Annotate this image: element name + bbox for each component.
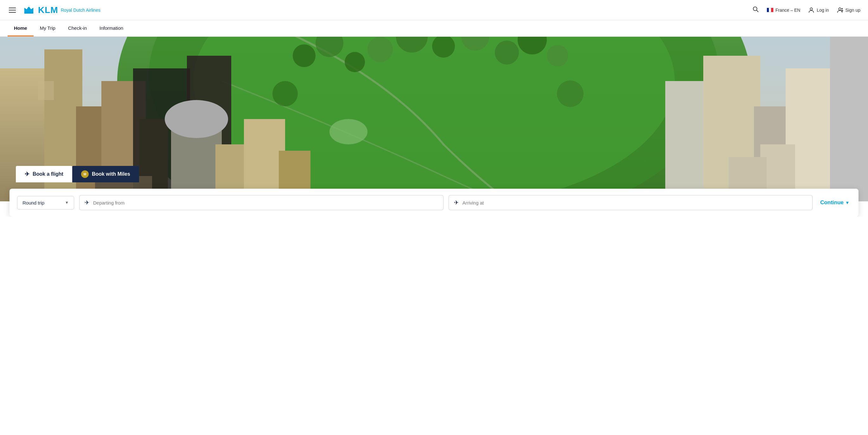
departing-from-field[interactable]: ✈ <box>79 195 443 210</box>
klm-abbr: KLM <box>38 5 58 15</box>
svg-point-51 <box>495 40 519 65</box>
header-right: France – EN Log in Sign up <box>752 6 860 14</box>
site-header: KLM Royal Dutch Airlines France – EN <box>0 0 868 20</box>
signup-button[interactable]: Sign up <box>837 7 860 13</box>
login-label: Log in <box>817 8 829 13</box>
klm-brand-text: KLM <box>38 5 58 15</box>
locale-label: France – EN <box>775 8 801 13</box>
svg-point-2 <box>25 7 27 8</box>
main-nav: Home My Trip Check-in Information <box>0 20 868 37</box>
hamburger-menu[interactable] <box>8 6 17 14</box>
trip-type-label: Round trip <box>23 200 44 205</box>
hero-section: ✈ Book a flight M Book with Miles <box>0 37 868 201</box>
svg-point-55 <box>557 80 584 107</box>
user-icon <box>808 7 815 13</box>
svg-point-26 <box>165 100 228 138</box>
svg-point-53 <box>547 45 568 66</box>
svg-point-3 <box>28 6 29 7</box>
nav-item-information[interactable]: Information <box>93 20 130 36</box>
svg-point-16 <box>330 119 368 144</box>
login-button[interactable]: Log in <box>808 7 829 13</box>
svg-rect-34 <box>830 37 868 201</box>
nav-item-my-trip[interactable]: My Trip <box>34 20 62 36</box>
arriving-at-input[interactable] <box>463 200 807 205</box>
svg-point-46 <box>345 52 365 72</box>
header-left: KLM Royal Dutch Airlines <box>8 3 100 17</box>
continue-button[interactable]: Continue ▾ <box>818 196 851 209</box>
continue-label: Continue <box>820 199 844 206</box>
svg-point-4 <box>31 7 32 8</box>
svg-point-8 <box>839 8 841 10</box>
arriving-at-field[interactable]: ✈ <box>448 195 813 210</box>
flight-icon: ✈ <box>25 171 29 178</box>
nav-item-home[interactable]: Home <box>8 20 34 36</box>
klm-crown-icon <box>22 3 35 17</box>
svg-point-7 <box>810 8 812 10</box>
svg-rect-0 <box>24 11 34 13</box>
book-miles-tab[interactable]: M Book with Miles <box>72 166 139 182</box>
klm-full-name: Royal Dutch Airlines <box>61 8 100 13</box>
svg-point-47 <box>368 37 393 62</box>
departing-plane-icon: ✈ <box>85 199 89 206</box>
book-miles-label: Book with Miles <box>92 171 130 177</box>
klm-logo-link[interactable]: KLM Royal Dutch Airlines <box>22 3 100 17</box>
trip-type-dropdown[interactable]: Round trip ▼ <box>17 196 74 209</box>
chevron-down-icon: ▼ <box>65 200 69 205</box>
svg-point-54 <box>273 81 298 106</box>
svg-rect-19 <box>38 81 54 100</box>
svg-line-6 <box>756 10 758 12</box>
miles-coin-icon: M <box>81 170 89 178</box>
arriving-plane-icon: ✈ <box>454 199 459 206</box>
svg-point-44 <box>293 44 315 67</box>
continue-chevron-icon: ▾ <box>846 200 848 205</box>
departing-from-input[interactable] <box>93 200 438 205</box>
signup-person-icon <box>837 7 844 13</box>
signup-label: Sign up <box>845 8 860 13</box>
search-icon <box>752 6 759 13</box>
svg-point-11 <box>841 8 843 9</box>
nav-item-check-in[interactable]: Check-in <box>62 20 93 36</box>
france-flag-icon <box>767 8 774 12</box>
book-flight-tab[interactable]: ✈ Book a flight <box>16 166 72 182</box>
booking-tabs: ✈ Book a flight M Book with Miles <box>16 166 139 182</box>
svg-rect-30 <box>665 81 710 201</box>
book-flight-label: Book a flight <box>33 171 63 177</box>
search-button[interactable] <box>752 6 759 14</box>
search-bar: Round trip ▼ ✈ ✈ Continue ▾ <box>9 189 859 216</box>
locale-selector[interactable]: France – EN <box>767 8 801 13</box>
